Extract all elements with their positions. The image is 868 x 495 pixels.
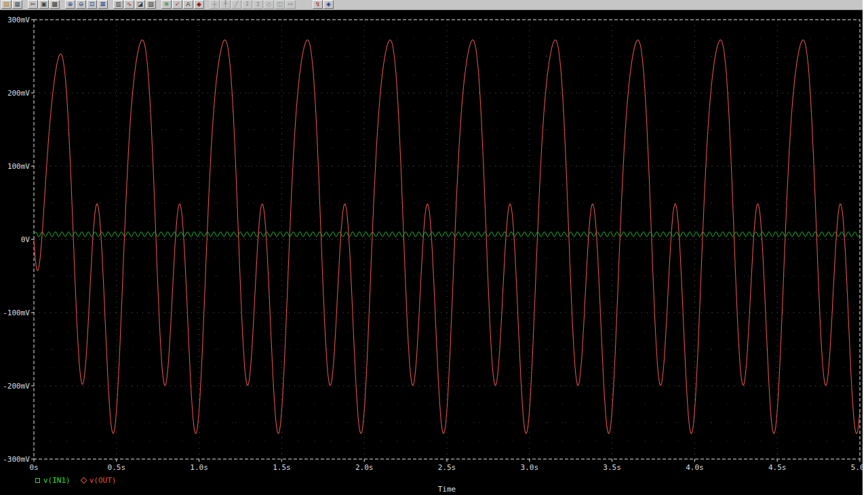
cursor-point-icon: ◇ (267, 1, 271, 7)
cursor-point-button: ◇ (264, 0, 274, 9)
cursor-max-icon: ↥ (256, 1, 261, 7)
current-marker-button[interactable]: ◈ (323, 0, 334, 9)
x-tick-label: 2.5s (438, 463, 456, 472)
open-icon: ▤ (3, 1, 9, 7)
y-tick-label: 0V (21, 235, 31, 244)
print-icon: ▦ (14, 1, 20, 7)
cursor-min-button: ↧ (242, 0, 252, 9)
voltage-marker-button[interactable]: ↯ (313, 0, 323, 9)
x-tick-label: 4.0s (686, 463, 704, 472)
cursor-next-icon: ↦ (288, 1, 294, 7)
axis-ticks (31, 20, 860, 462)
cursor-min-icon: ↧ (245, 1, 250, 7)
histogram-icon: ▧ (148, 1, 154, 7)
zoom-out-icon: ⊖ (79, 1, 84, 7)
window-edge-strip (863, 0, 868, 495)
copy-button[interactable]: ▣ (39, 0, 49, 9)
cursor-slope-icon: ╱ (235, 1, 238, 7)
performance-icon: ◪ (137, 1, 143, 7)
x-tick-label: 3.5s (603, 463, 621, 472)
toolbar: ▤▦✂▣▩⊕⊖⊡⊠▥∿◪▧≋✓A◆┼╀╱↧↥◇◫↦↯◈ (0, 0, 863, 10)
cursor-peak-icon: ╀ (224, 1, 227, 7)
cursor-toggle-button: ┼ (210, 0, 220, 9)
zoom-fit-button[interactable]: ⊠ (98, 0, 108, 9)
y-tick-label: -300mV (3, 455, 30, 464)
zoom-out-button[interactable]: ⊖ (76, 0, 86, 9)
diamond-marker-icon (80, 477, 87, 483)
y-tick-label: 300mV (7, 16, 30, 24)
major-grid (34, 20, 860, 459)
x-tick-label: 4.5s (768, 463, 787, 472)
mark-data-button[interactable]: ◆ (194, 0, 204, 9)
eval-goal-icon: ✓ (175, 1, 180, 7)
cursor-slope-button: ╱ (231, 0, 241, 9)
plot-region: 0s0.5s1.0s1.5s2.0s2.5s3.0s3.5s4.0s4.5s5.… (0, 10, 863, 495)
trace-vin1[interactable] (34, 232, 860, 237)
paste-icon: ▩ (52, 1, 58, 7)
y-tick-label: -100mV (3, 309, 30, 317)
cursor-search-button: ◫ (275, 0, 285, 9)
square-marker-icon (35, 478, 40, 483)
waveform-plot: 0s0.5s1.0s1.5s2.0s2.5s3.0s3.5s4.0s4.5s5.… (0, 10, 863, 495)
cut-button[interactable]: ✂ (28, 0, 38, 9)
plot-settings-button[interactable]: ▥ (113, 0, 123, 9)
print-button[interactable]: ▦ (12, 0, 22, 9)
fourier-button[interactable]: ∿ (124, 0, 134, 9)
axis-labels: 0s0.5s1.0s1.5s2.0s2.5s3.0s3.5s4.0s4.5s5.… (3, 16, 863, 472)
voltage-marker-icon: ↯ (315, 1, 321, 7)
cursor-peak-button: ╀ (220, 0, 231, 9)
x-tick-label: 0.5s (108, 463, 126, 472)
performance-button[interactable]: ◪ (135, 0, 145, 9)
histogram-button[interactable]: ▧ (146, 0, 156, 9)
cursor-toggle-icon: ┼ (212, 1, 216, 7)
x-tick-label: 5.0s (851, 463, 863, 472)
add-trace-button[interactable]: ≋ (161, 0, 172, 9)
cursor-search-icon: ◫ (277, 1, 283, 7)
y-tick-label: -200mV (3, 382, 30, 391)
fourier-icon: ∿ (127, 1, 132, 7)
add-trace-icon: ≋ (164, 1, 170, 7)
legend-item-vout[interactable]: v(OUT) (81, 476, 117, 485)
zoom-in-button[interactable]: ⊕ (65, 0, 75, 9)
current-marker-icon: ◈ (326, 1, 331, 7)
cut-icon: ✂ (31, 1, 36, 7)
y-tick-label: 200mV (7, 89, 30, 98)
eval-goal-button[interactable]: ✓ (172, 0, 182, 9)
zoom-fit-icon: ⊠ (100, 1, 106, 7)
x-tick-label: 1.0s (190, 463, 208, 472)
x-axis-title: Time (34, 485, 860, 494)
legend-label: v(IN1) (43, 476, 71, 485)
x-tick-label: 2.0s (355, 463, 374, 472)
y-tick-label: 100mV (7, 162, 30, 171)
copy-icon: ▣ (41, 1, 47, 7)
mark-data-icon: ◆ (197, 1, 201, 7)
trace-legend: v(IN1)v(OUT) (35, 476, 117, 484)
x-tick-label: 3.0s (521, 463, 539, 472)
legend-label: v(OUT) (90, 476, 117, 485)
cursor-next-button: ↦ (285, 0, 296, 9)
text-label-button[interactable]: A (183, 0, 193, 9)
zoom-area-button[interactable]: ⊡ (87, 0, 97, 9)
plot-settings-icon: ▥ (115, 1, 121, 7)
x-tick-label: 1.5s (273, 463, 291, 472)
open-button[interactable]: ▤ (1, 0, 12, 9)
zoom-in-icon: ⊕ (68, 1, 73, 7)
paste-button[interactable]: ▩ (50, 0, 60, 9)
text-label-icon: A (186, 1, 190, 7)
x-tick-label: 0s (29, 463, 38, 472)
zoom-area-icon: ⊡ (90, 1, 95, 7)
cursor-max-button: ↥ (253, 0, 263, 9)
legend-item-vin1[interactable]: v(IN1) (35, 476, 71, 485)
